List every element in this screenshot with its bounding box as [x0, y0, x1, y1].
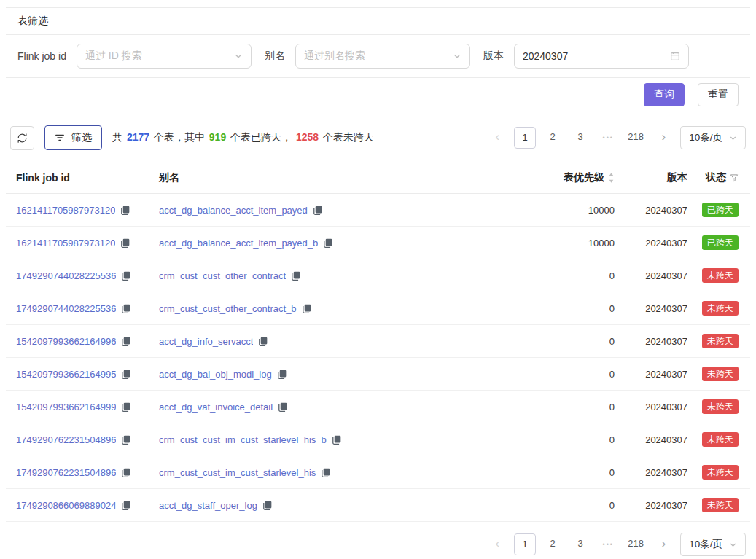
- status-cell: 未跨天: [687, 268, 739, 283]
- copy-id-button[interactable]: [120, 206, 130, 215]
- filter-toggle-button[interactable]: 筛选: [44, 125, 102, 150]
- page-button-2[interactable]: 2: [542, 127, 564, 149]
- row-priority: 0: [520, 402, 615, 413]
- row-alias-link[interactable]: acct_dg_balance_acct_item_payed_b: [159, 238, 318, 249]
- copy-alias-button[interactable]: [278, 402, 287, 412]
- copy-id-button[interactable]: [121, 501, 130, 510]
- refresh-button[interactable]: [10, 126, 34, 150]
- row-priority: 0: [520, 303, 615, 314]
- page-button-218[interactable]: 218: [625, 533, 647, 555]
- page-button-218[interactable]: 218: [625, 127, 647, 149]
- filter-card-title: 表筛选: [17, 15, 48, 26]
- row-priority: 0: [520, 270, 615, 281]
- copy-id-button[interactable]: [121, 402, 130, 412]
- next-page-button[interactable]: ›: [652, 533, 674, 555]
- table-row: 1542097993662164995 acct_dg_bal_obj_modi…: [6, 358, 750, 391]
- copy-id-button[interactable]: [121, 468, 130, 477]
- row-alias-link[interactable]: crm_cust_cust_other_contract_b: [159, 303, 297, 314]
- row-priority: 0: [520, 369, 615, 380]
- copy-id-button[interactable]: [121, 304, 130, 313]
- row-alias-link[interactable]: acct_dg_staff_oper_log: [159, 500, 257, 511]
- row-alias-link[interactable]: crm_cust_cust_im_cust_starlevel_his: [159, 467, 316, 478]
- copy-id-button[interactable]: [121, 435, 130, 445]
- row-id-link[interactable]: 1749290866069889024: [16, 500, 116, 511]
- copy-icon: [258, 337, 268, 346]
- copy-alias-button[interactable]: [313, 206, 322, 215]
- status-cell: 未跨天: [687, 367, 739, 381]
- copy-id-button[interactable]: [121, 337, 130, 346]
- flink-job-id-cell: 1542097993662164995: [16, 369, 159, 380]
- copy-id-button[interactable]: [120, 238, 130, 248]
- flink-job-id-select[interactable]: 通过 ID 搜索: [77, 44, 252, 69]
- row-version: 20240307: [615, 369, 687, 380]
- row-id-link[interactable]: 1749290744028225536: [16, 303, 116, 314]
- data-table: Flink job id 别名 表优先级 版本 状态 1621411705987…: [6, 162, 750, 522]
- row-id-link[interactable]: 1542097993662164995: [16, 369, 116, 380]
- row-id-link[interactable]: 1749290762231504896: [16, 434, 116, 445]
- row-alias-link[interactable]: crm_cust_cust_other_contract: [159, 270, 286, 281]
- filter-funnel-icon[interactable]: [730, 173, 739, 182]
- page-button-2[interactable]: 2: [542, 533, 564, 555]
- row-priority: 0: [520, 467, 615, 478]
- copy-alias-button[interactable]: [258, 337, 268, 346]
- page-button-1[interactable]: 1: [514, 127, 536, 149]
- copy-icon: [121, 370, 130, 379]
- col-flink-job-id: Flink job id: [16, 172, 159, 184]
- version-date-picker[interactable]: [514, 44, 689, 69]
- sort-icon[interactable]: [608, 172, 615, 184]
- page-size-select[interactable]: 10条/页: [680, 533, 746, 556]
- col-version: 版本: [615, 171, 687, 184]
- page-button-3[interactable]: 3: [569, 533, 591, 555]
- row-id-link[interactable]: 1749290762231504896: [16, 467, 116, 478]
- summary-segment: 个表已跨天，: [227, 131, 295, 143]
- pagination-ellipsis[interactable]: •••: [597, 533, 619, 555]
- next-page-button[interactable]: ›: [652, 127, 674, 149]
- copy-id-button[interactable]: [121, 370, 130, 379]
- alias-select[interactable]: 通过别名搜索: [295, 44, 470, 69]
- page-size-label: 10条/页: [689, 131, 722, 144]
- row-id-link[interactable]: 1542097993662164996: [16, 336, 116, 347]
- copy-alias-button[interactable]: [277, 370, 287, 379]
- page-size-select[interactable]: 10条/页: [680, 126, 746, 149]
- table-filter-page: 表筛选 Flink job id 通过 ID 搜索 别名 通过别名搜索: [0, 0, 756, 559]
- table-row: 1749290866069889024 acct_dg_staff_oper_l…: [6, 489, 750, 522]
- copy-icon: [321, 468, 330, 477]
- refresh-icon: [17, 133, 28, 144]
- row-alias-link[interactable]: acct_dg_vat_invoice_detail: [159, 402, 273, 413]
- prev-page-button[interactable]: ‹: [486, 533, 508, 555]
- page-button-3[interactable]: 3: [569, 127, 591, 149]
- page-button-1[interactable]: 1: [514, 533, 536, 555]
- copy-alias-button[interactable]: [302, 304, 311, 313]
- row-version: 20240307: [615, 434, 687, 445]
- flink-job-id-placeholder: 通过 ID 搜索: [85, 50, 234, 63]
- row-id-link[interactable]: 1621411705987973120: [16, 238, 115, 249]
- row-alias-link[interactable]: acct_dg_bal_obj_modi_log: [159, 369, 272, 380]
- row-alias-link[interactable]: crm_cust_cust_im_cust_starlevel_his_b: [159, 434, 327, 445]
- table-row: 1749290762231504896 crm_cust_cust_im_cus…: [6, 423, 750, 456]
- prev-page-button[interactable]: ‹: [486, 127, 508, 149]
- row-id-link[interactable]: 1621411705987973120: [16, 205, 115, 216]
- reset-button[interactable]: 重置: [698, 83, 739, 106]
- row-id-link[interactable]: 1749290744028225536: [16, 270, 116, 281]
- status-cell: 未跨天: [687, 465, 739, 480]
- version-date-input[interactable]: [523, 50, 670, 62]
- row-id-link[interactable]: 1542097993662164999: [16, 402, 116, 413]
- row-alias-link[interactable]: acct_dg_info_servacct: [159, 336, 253, 347]
- status-badge: 未跨天: [702, 301, 739, 316]
- copy-alias-button[interactable]: [321, 468, 330, 477]
- row-alias-link[interactable]: acct_dg_balance_acct_item_payed: [159, 205, 308, 216]
- pagination-ellipsis[interactable]: •••: [597, 127, 619, 149]
- copy-id-button[interactable]: [121, 271, 130, 281]
- col-status[interactable]: 状态: [687, 171, 739, 184]
- row-version: 20240307: [615, 336, 687, 347]
- copy-icon: [291, 271, 300, 281]
- copy-alias-button[interactable]: [332, 435, 341, 445]
- copy-alias-button[interactable]: [323, 238, 332, 248]
- copy-alias-button[interactable]: [262, 501, 272, 510]
- col-priority[interactable]: 表优先级: [520, 171, 615, 184]
- copy-alias-button[interactable]: [291, 271, 300, 281]
- search-button[interactable]: 查询: [644, 83, 685, 106]
- summary-segment: 个表未跨天: [320, 131, 374, 143]
- filter-toggle-label: 筛选: [71, 131, 92, 144]
- status-cell: 未跨天: [687, 399, 739, 414]
